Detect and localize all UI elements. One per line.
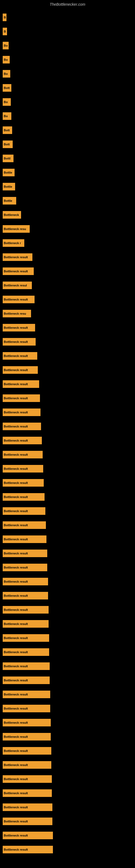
bar-item: Bottleneck result xyxy=(3,747,51,755)
bar-row: Bott xyxy=(3,137,132,151)
bar-row: Bottleneck result xyxy=(3,744,132,758)
bar-row: Bottleneck result xyxy=(3,603,132,617)
bar-item: Bottleneck result xyxy=(3,408,41,416)
bar-item: Bottleneck result xyxy=(3,677,50,684)
bar-row: Bo xyxy=(3,95,132,109)
bar-item: Bottleneck result xyxy=(3,634,49,642)
bar-label: Bottleneck result xyxy=(4,622,28,625)
bar-label: Bottleneck result xyxy=(4,509,28,513)
bar-label: Bottleneck result xyxy=(4,467,28,470)
bar-item: Bottleneck r xyxy=(3,239,24,247)
bar-row: Bottleneck result xyxy=(3,758,132,772)
bars-container: BBBoBoBoBottBoBoBottBottBottlBottleBottl… xyxy=(0,8,135,857)
bar-row: Bottleneck result xyxy=(3,617,132,631)
bar-item: Bottleneck result xyxy=(3,733,51,741)
bar-row: Bottleneck xyxy=(3,208,132,222)
bar-item: Bott xyxy=(3,84,11,92)
bar-row: Bottleneck result xyxy=(3,730,132,744)
bar-row: Bottleneck result xyxy=(3,264,132,278)
bar-item: Bottle xyxy=(3,183,15,190)
bar-row: Bottleneck result xyxy=(3,828,132,842)
bar-row: Bo xyxy=(3,53,132,67)
bar-row: Bottleneck result xyxy=(3,447,132,462)
bar-item: Bottleneck result xyxy=(3,620,49,628)
bar-item: Bottleneck result xyxy=(3,832,53,839)
bar-label: Bott xyxy=(4,86,10,90)
bar-label: Bottleneck result xyxy=(4,749,28,752)
bar-row: Bottleneck result xyxy=(3,321,132,335)
bar-label: Bottleneck result xyxy=(4,650,28,654)
bar-item: Bottleneck resu xyxy=(3,225,30,233)
bar-item: Bottleneck result xyxy=(3,705,50,712)
site-title: TheBottlenecker.com xyxy=(0,0,135,8)
bar-label: Bottleneck result xyxy=(4,693,28,696)
bar-row: Bottleneck resu xyxy=(3,307,132,321)
bar-label: Bottleneck result xyxy=(4,679,28,682)
bar-label: Bottleneck result xyxy=(4,566,28,569)
bar-label: Bottleneck result xyxy=(4,524,28,527)
bar-label: Bott xyxy=(4,129,10,132)
bar-label: Bottleneck result xyxy=(4,608,28,611)
bar-label: Bottleneck result xyxy=(4,552,28,555)
bar-item: Bottl xyxy=(3,155,13,162)
bar-row: Bottleneck r xyxy=(3,236,132,250)
bar-label: Bottleneck result xyxy=(4,763,28,767)
bar-label: Bottleneck result xyxy=(4,721,28,724)
bar-row: Bottleneck result xyxy=(3,575,132,589)
bar-label: Bottleneck result xyxy=(4,735,28,738)
bar-label: Bottleneck resu xyxy=(4,312,26,315)
bar-label: Bottleneck result xyxy=(4,425,28,428)
bar-label: Bottleneck result xyxy=(4,255,28,259)
bar-item: Bottleneck result xyxy=(3,493,45,501)
bar-item: Bottleneck xyxy=(3,211,21,219)
bar-row: Bottleneck result xyxy=(3,645,132,659)
bar-item: Bottleneck result xyxy=(3,803,52,811)
bar-row: Bottleneck result xyxy=(3,420,132,433)
bar-item: Bott xyxy=(3,126,12,134)
bar-item: Bo xyxy=(3,56,10,63)
bar-item: Bottle xyxy=(3,197,16,205)
bar-label: Bottleneck result xyxy=(4,792,28,795)
bar-label: Bottleneck result xyxy=(4,806,28,809)
bar-label: Bottleneck resul xyxy=(4,284,27,287)
bar-label: Bottleneck result xyxy=(4,368,28,372)
bar-label: Bottleneck result xyxy=(4,354,28,358)
bar-item: Bottleneck result xyxy=(3,775,52,783)
bar-row: Bottleneck resu xyxy=(3,222,132,236)
bar-label: Bottleneck result xyxy=(4,397,28,400)
bar-label: Bottleneck result xyxy=(4,594,28,597)
bar-label: Bottleneck r xyxy=(4,241,21,245)
bar-label: Bottleneck result xyxy=(4,820,28,823)
bar-label: Bo xyxy=(4,44,8,47)
bar-row: Bottleneck result xyxy=(3,716,132,730)
bar-item: Bottleneck result xyxy=(3,535,46,543)
bar-item: Bottleneck result xyxy=(3,479,44,487)
bar-row: B xyxy=(3,10,132,24)
bar-row: Bottleneck result xyxy=(3,377,132,391)
bar-item: Bottleneck result xyxy=(3,846,53,854)
bar-item: Bottleneck result xyxy=(3,564,47,571)
bar-row: Bottleneck result xyxy=(3,504,132,518)
bar-item: B xyxy=(3,13,6,21)
bar-item: Bottleneck result xyxy=(3,268,34,275)
bar-label: Bottleneck result xyxy=(4,481,28,485)
bar-row: Bottleneck result xyxy=(3,702,132,716)
bar-row: Bottleneck result xyxy=(3,433,132,447)
bar-item: Bottleneck result xyxy=(3,296,35,303)
bar-label: Bottleneck result xyxy=(4,411,28,414)
bar-row: Bottleneck result xyxy=(3,476,132,490)
bar-item: Bottleneck resu xyxy=(3,310,31,317)
bar-item: Bottleneck result xyxy=(3,789,52,797)
bar-row: Bottleneck result xyxy=(3,786,132,800)
bar-item: Bott xyxy=(3,141,13,148)
bar-row: Bottle xyxy=(3,194,132,208)
bar-label: Bottleneck result xyxy=(4,848,28,851)
bar-row: Bottleneck result xyxy=(3,349,132,363)
bar-label: Bo xyxy=(4,58,8,61)
bar-item: Bottleneck result xyxy=(3,366,38,374)
bar-item: Bottleneck result xyxy=(3,817,52,825)
bar-row: Bottleneck result xyxy=(3,462,132,476)
bar-label: Bottleneck result xyxy=(4,777,28,781)
bar-row: Bottleneck result xyxy=(3,659,132,673)
bar-label: B xyxy=(4,30,6,33)
